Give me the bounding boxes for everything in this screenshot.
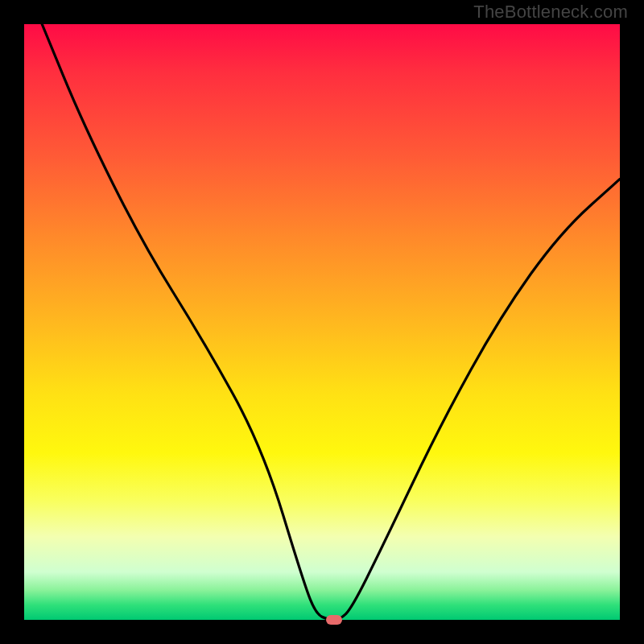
- curve-path: [42, 24, 620, 620]
- chart-frame: TheBottleneck.com: [0, 0, 644, 644]
- attribution-label: TheBottleneck.com: [473, 2, 628, 23]
- min-marker: [326, 615, 342, 625]
- plot-area: [24, 24, 620, 620]
- curve-svg: [24, 24, 620, 620]
